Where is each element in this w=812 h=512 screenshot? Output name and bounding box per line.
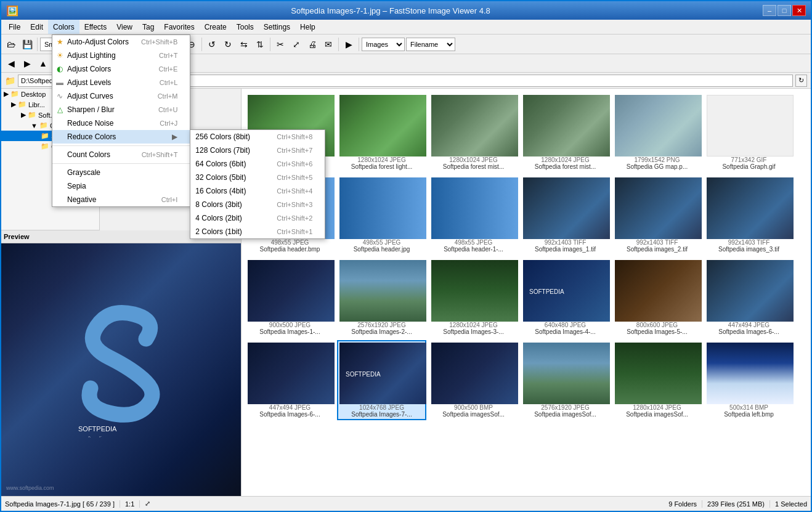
menu-tag[interactable]: Tag [137, 20, 159, 34]
thumbnail-item-17[interactable]: 447x494 JPEGSoftpedia Images-6-... [704, 258, 794, 338]
close-button[interactable]: ✕ [792, 5, 806, 16]
sort-select[interactable]: Filename [406, 38, 455, 51]
thumbnail-image-14 [431, 260, 518, 322]
thumbnail-item-22[interactable]: 1280x1024 JPEGSoftpedia imagesSof... [612, 340, 702, 420]
count-colors-icon [55, 150, 65, 160]
resize-btn[interactable]: ⤢ [289, 37, 304, 52]
thumbnail-item-8[interactable]: 498x55 JPEGSoftpedia header-1-... [429, 175, 518, 255]
thumbnail-image-2 [431, 95, 518, 156]
menu-colors[interactable]: Colors [48, 20, 79, 34]
submenu-64[interactable]: 64 Colors (6bit) Ctrl+Shift+6 [190, 157, 325, 171]
menu-tools[interactable]: Tools [232, 20, 259, 34]
submenu-4[interactable]: 4 Colors (2bit) Ctrl+Shift+2 [190, 211, 325, 225]
menu-adjust-colors[interactable]: ◐ Adjust Colors Ctrl+E [52, 62, 190, 76]
thumbnail-item-12[interactable]: 900x500 JPEGSoftpedia Images-1-... [245, 258, 335, 338]
up-btn[interactable]: ▲ [36, 56, 51, 71]
menu-effects[interactable]: Effects [79, 20, 112, 34]
forward-btn[interactable]: ▶ [20, 56, 35, 71]
thumbnail-item-19[interactable]: SOFTPEDIA1024x768 JPEGSoftpedia Images-7… [337, 340, 426, 420]
submenu-128[interactable]: 128 Colors (7bit) Ctrl+Shift+7 [190, 144, 325, 157]
flip-h-btn[interactable]: ⇆ [237, 37, 251, 52]
thumbnail-item-13[interactable]: 2576x1920 JPEGSoftpedia Images-2-... [337, 258, 426, 338]
thumbnail-item-23[interactable]: 500x314 BMPSoftpedia left.bmp [704, 340, 794, 420]
submenu-256[interactable]: 256 Colors (8bit) Ctrl+Shift+8 [190, 130, 325, 144]
flip-v-btn[interactable]: ⇅ [253, 37, 267, 52]
thumbnail-image-3 [523, 95, 610, 156]
thumbnail-item-9[interactable]: 992x1403 TIFFSoftpedia images_1.tif [521, 175, 610, 255]
menu-settings[interactable]: Settings [259, 20, 295, 34]
thumbnail-item-20[interactable]: 900x500 BMPSoftpedia imagesSof... [429, 340, 518, 420]
menu-auto-adjust-colors[interactable]: ★ Auto-Adjust Colors Ctrl+Shift+B [52, 35, 190, 49]
thumb-name-20: Softpedia imagesSof... [431, 411, 516, 418]
thumbnail-image-4 [615, 95, 702, 156]
menu-reduce-noise[interactable]: Reduce Noise Ctrl+J [52, 116, 190, 130]
thumb-info-8: 498x55 JPEG [431, 239, 516, 246]
thumbnail-item-5[interactable]: 771x342 GIFSoftpedia Graph.gif [704, 92, 794, 173]
submenu-16[interactable]: 16 Colors (4bit) Ctrl+Shift+4 [190, 184, 325, 198]
menu-adjust-curves[interactable]: ∿ Adjust Curves Ctrl+M [52, 89, 190, 103]
adjust-colors-icon: ◐ [55, 64, 65, 74]
menu-view[interactable]: View [112, 20, 137, 34]
thumbnail-item-2[interactable]: 1280x1024 JPEGSoftpedia forest mist... [429, 92, 518, 173]
reduce-colors-icon [55, 132, 65, 142]
minimize-button[interactable]: – [763, 5, 776, 16]
thumb-info-16: 800x600 JPEG [615, 322, 699, 328]
back-btn[interactable]: ◀ [4, 56, 18, 71]
thumbnail-image-12 [248, 260, 335, 322]
folder-icon: 📁 [5, 76, 15, 86]
thumbnail-item-4[interactable]: 1799x1542 PNGSoftpedia GG map.p... [612, 92, 702, 173]
toolbar-save-btn[interactable]: 💾 [20, 37, 35, 52]
thumb-name-16: Softpedia Images-5-... [615, 328, 699, 335]
print-btn[interactable]: 🖨 [305, 37, 320, 52]
thumbnail-image-10 [615, 177, 702, 239]
thumb-name-14: Softpedia Images-3-... [431, 328, 516, 335]
preview-svg: SOFTPEDIA www.softpedia.com [60, 302, 183, 437]
status-files: 239 Files (251 MB) [707, 500, 770, 508]
menu-help[interactable]: Help [295, 20, 320, 34]
thumbnail-item-14[interactable]: 1280x1024 JPEGSoftpedia Images-3-... [429, 258, 518, 338]
menu-create[interactable]: Create [200, 20, 232, 34]
toolbar-open-btn[interactable]: 🗁 [4, 37, 18, 52]
thumbnail-item-11[interactable]: 992x1403 TIFFSoftpedia images_3.tif [704, 175, 794, 255]
slideshow-btn[interactable]: ▶ [341, 37, 356, 52]
menu-edit[interactable]: Edit [25, 20, 48, 34]
thumb-info-5: 771x342 GIF [707, 156, 791, 163]
submenu-32[interactable]: 32 Colors (5bit) Ctrl+Shift+5 [190, 171, 325, 184]
maximize-button[interactable]: □ [777, 5, 791, 16]
thumb-name-12: Softpedia Images-1-... [248, 328, 332, 335]
menu-grayscale[interactable]: Grayscale [52, 166, 190, 179]
email-btn[interactable]: ✉ [321, 37, 336, 52]
menu-sharpen-blur[interactable]: △ Sharpen / Blur Ctrl+U [52, 103, 190, 116]
menu-favorites[interactable]: Favorites [159, 20, 199, 34]
thumb-info-14: 1280x1024 JPEG [431, 322, 516, 328]
thumb-info-1: 1280x1024 JPEG [339, 156, 424, 163]
preview-area: SOFTPEDIA www.softpedia.com www.softpedi… [1, 243, 241, 496]
view-type-select[interactable]: Images [362, 38, 405, 51]
thumbnail-item-15[interactable]: SOFTPEDIA640x480 JPEGSoftpedia Images-4-… [521, 258, 610, 338]
thumbnail-item-18[interactable]: 447x494 JPEGSoftpedia Images-6-... [245, 340, 335, 420]
reduce-colors-submenu: 256 Colors (8bit) Ctrl+Shift+8 128 Color… [190, 129, 325, 239]
menu-sepia[interactable]: Sepia [52, 179, 190, 193]
menu-count-colors[interactable]: Count Colors Ctrl+Shift+T [52, 148, 190, 161]
rotate-cw-btn[interactable]: ↻ [221, 37, 235, 52]
rotate-ccw-btn[interactable]: ↺ [205, 37, 219, 52]
thumbnail-item-3[interactable]: 1280x1024 JPEGSoftpedia forest mist... [521, 92, 610, 173]
menu-adjust-levels[interactable]: ▬ Adjust Levels Ctrl+L [52, 76, 190, 89]
levels-icon: ▬ [55, 78, 65, 87]
thumbnail-item-1[interactable]: 1280x1024 JPEGSoftpedia forest light... [337, 92, 426, 173]
submenu-2[interactable]: 2 Colors (1bit) Ctrl+Shift+1 [190, 225, 325, 238]
menu-adjust-lighting[interactable]: ☀ Adjust Lighting Ctrl+T [52, 49, 190, 62]
crop-btn[interactable]: ✂ [273, 37, 288, 52]
menu-file[interactable]: File [4, 20, 25, 34]
thumb-name-5: Softpedia Graph.gif [707, 163, 791, 170]
submenu-8[interactable]: 8 Colors (3bit) Ctrl+Shift+3 [190, 198, 325, 211]
menu-negative[interactable]: Negative Ctrl+I [52, 193, 190, 206]
refresh-btn[interactable]: ↻ [795, 75, 807, 87]
thumbnail-item-21[interactable]: 2576x1920 JPEGSoftpedia imagesSof... [521, 340, 610, 420]
thumbnail-image-11 [707, 177, 794, 239]
menu-reduce-colors[interactable]: Reduce Colors ▶ 256 Colors (8bit) Ctrl+S… [52, 130, 190, 144]
thumbnail-item-16[interactable]: 800x600 JPEGSoftpedia Images-5-... [612, 258, 702, 338]
thumb-name-8: Softpedia header-1-... [431, 246, 516, 253]
thumbnail-item-10[interactable]: 992x1403 TIFFSoftpedia images_2.tif [612, 175, 702, 255]
thumbnail-item-7[interactable]: 498x55 JPEGSoftpedia header.jpg [337, 175, 426, 255]
